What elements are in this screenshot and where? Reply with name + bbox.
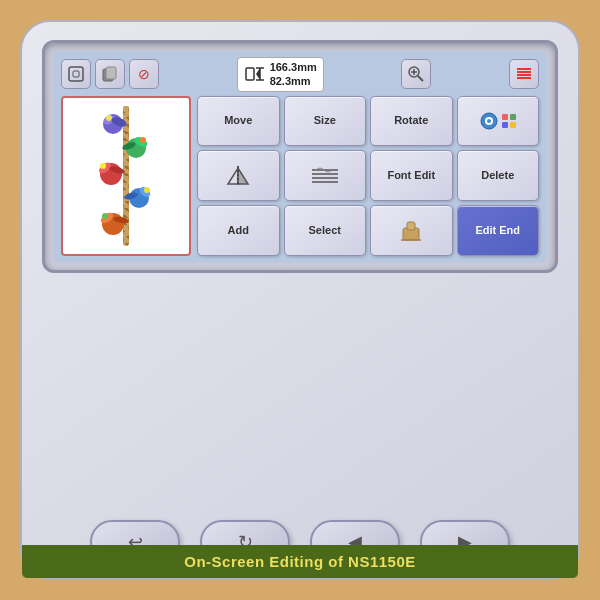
svg-marker-46 bbox=[238, 168, 248, 184]
svg-marker-45 bbox=[228, 168, 238, 184]
mirror-icon bbox=[224, 164, 252, 188]
delete-button[interactable]: Delete bbox=[457, 150, 540, 201]
svg-point-24 bbox=[140, 137, 146, 143]
svg-rect-41 bbox=[502, 114, 508, 120]
svg-line-10 bbox=[418, 76, 423, 81]
add-button[interactable]: Add bbox=[197, 205, 280, 256]
svg-rect-53 bbox=[407, 222, 415, 230]
mirror-button[interactable] bbox=[197, 150, 280, 201]
top-bar-left: ⊘ bbox=[61, 59, 159, 89]
grid-icon bbox=[501, 113, 517, 129]
stamp-button[interactable] bbox=[370, 205, 453, 256]
move-button[interactable]: Move bbox=[197, 96, 280, 147]
thread-color-button[interactable] bbox=[457, 96, 540, 147]
bottom-label: On-Screen Editing of NS1150E bbox=[22, 545, 578, 578]
svg-point-32 bbox=[144, 187, 150, 193]
rotate-button[interactable]: Rotate bbox=[370, 96, 453, 147]
screen-container: ⊘ 166.3mm 82.3mm bbox=[42, 40, 558, 273]
svg-point-28 bbox=[100, 163, 106, 169]
height-value: 82.3mm bbox=[270, 74, 317, 88]
svg-point-20 bbox=[106, 115, 112, 121]
copy-icon-btn[interactable] bbox=[95, 59, 125, 89]
svg-rect-42 bbox=[510, 114, 516, 120]
svg-marker-8 bbox=[256, 68, 260, 80]
size-button[interactable]: Size bbox=[284, 96, 367, 147]
select-button[interactable]: Select bbox=[284, 205, 367, 256]
no-entry-icon-btn[interactable]: ⊘ bbox=[129, 59, 159, 89]
stitch-count-icon-btn[interactable] bbox=[509, 59, 539, 89]
zoom-icon-btn[interactable] bbox=[401, 59, 431, 89]
dimensions-icon bbox=[244, 63, 266, 85]
svg-point-40 bbox=[487, 119, 491, 123]
main-content: Move Size Rotate bbox=[61, 96, 539, 256]
svg-rect-44 bbox=[510, 122, 516, 128]
design-svg bbox=[81, 106, 171, 246]
buttons-grid: Move Size Rotate bbox=[197, 96, 539, 256]
edit-end-button[interactable]: Edit End bbox=[457, 205, 540, 256]
font-edit-button[interactable]: Font Edit bbox=[370, 150, 453, 201]
svg-point-36 bbox=[102, 213, 108, 219]
svg-rect-4 bbox=[246, 68, 254, 80]
screen-inner: ⊘ 166.3mm 82.3mm bbox=[53, 51, 547, 262]
width-value: 166.3mm bbox=[270, 60, 317, 74]
embroidery-preview bbox=[61, 96, 191, 256]
frame-icon-btn[interactable] bbox=[61, 59, 91, 89]
svg-rect-3 bbox=[106, 67, 116, 79]
svg-rect-1 bbox=[73, 71, 79, 77]
stamp-icon bbox=[399, 218, 423, 242]
top-bar: ⊘ 166.3mm 82.3mm bbox=[61, 57, 539, 92]
stitch-density-icon bbox=[310, 164, 340, 188]
embroidery-design bbox=[81, 106, 171, 246]
dimensions-text: 166.3mm 82.3mm bbox=[270, 60, 317, 89]
svg-rect-43 bbox=[502, 122, 508, 128]
machine-body: ⊘ 166.3mm 82.3mm bbox=[20, 20, 580, 580]
thread-color-icon bbox=[479, 111, 499, 131]
svg-rect-0 bbox=[69, 67, 83, 81]
dimensions-box: 166.3mm 82.3mm bbox=[237, 57, 324, 92]
stitch-density-button[interactable] bbox=[284, 150, 367, 201]
